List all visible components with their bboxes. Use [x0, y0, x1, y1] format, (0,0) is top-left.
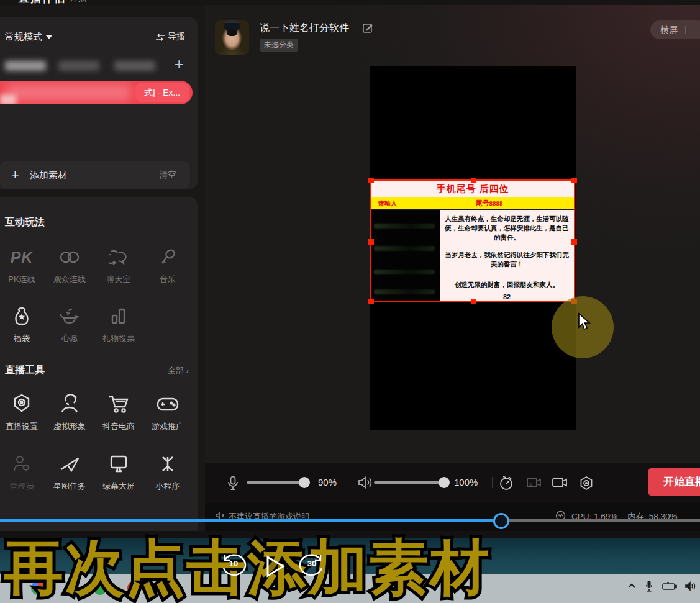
- clear-button[interactable]: 清空: [159, 170, 176, 181]
- mic-volume-value: 90%: [318, 477, 337, 487]
- tool-audience-link[interactable]: 观众连线: [45, 244, 94, 285]
- seekbar-knob[interactable]: [493, 513, 509, 529]
- gift-vote-icon: [111, 307, 127, 325]
- countdown-timer-icon[interactable]: [499, 476, 514, 491]
- tool-green-screen[interactable]: 绿幕大屏: [94, 451, 143, 492]
- wish-lamp-icon: [59, 307, 80, 325]
- table-input-row: 请输入 尾号8888: [371, 197, 574, 210]
- tool-live-settings[interactable]: 直播设置: [0, 391, 46, 432]
- interactive-section-title: 互动玩法: [5, 216, 45, 229]
- censored-cell: [371, 210, 440, 301]
- table-paragraph-2: 当岁月老去，我依然记得以往夕阳下我们完美的誓言！: [442, 250, 571, 269]
- music-mic-icon: [159, 248, 176, 266]
- audience-link-icon: [58, 249, 81, 265]
- status-bar: 不建议直播的游戏说明 CPU: 1.69%内存: 58.30%: [205, 503, 700, 531]
- play-button[interactable]: [265, 555, 286, 578]
- director-button[interactable]: 导播: [155, 31, 185, 42]
- workspace: 说一下姓名打分软件 未选分类 横屏 手机尾号 后四位 请输入 尾号8888: [205, 5, 700, 463]
- tab-broadcast[interactable]: 开播: [70, 0, 87, 4]
- tool-star-task[interactable]: 星图任务: [45, 451, 94, 492]
- tools-section-title: 直播工具: [5, 364, 45, 377]
- ecommerce-cart-icon: [108, 394, 129, 415]
- mini-program-icon: [158, 455, 177, 473]
- resize-handle-nw[interactable]: [368, 178, 374, 183]
- tool-admin[interactable]: 管理员: [0, 451, 46, 492]
- table-paragraph-3: 创造无限的财富，回报朋友和家人。: [442, 280, 571, 289]
- scene-name-suffix: 式] - Ex...: [135, 83, 189, 102]
- chevron-down-icon: [46, 35, 52, 39]
- svg-text:5: 5: [529, 481, 532, 487]
- tool-music[interactable]: 音乐: [143, 244, 192, 285]
- video-camera-icon[interactable]: [552, 476, 568, 489]
- speaker-volume-value: 100%: [454, 477, 478, 487]
- app-logo: 直播伴侣: [19, 0, 66, 5]
- tool-gift-vote[interactable]: 礼物投票: [94, 303, 143, 344]
- orientation-label: 横屏: [660, 25, 678, 35]
- microphone-icon[interactable]: [227, 476, 239, 491]
- settings-gear-icon[interactable]: [579, 476, 594, 491]
- speaker-slider-knob[interactable]: [439, 477, 450, 488]
- scene-thumbnail-blurred[interactable]: [114, 61, 155, 71]
- star-task-icon: [59, 455, 80, 473]
- tool-lucky-bag[interactable]: 福袋: [0, 303, 46, 344]
- mic-slider-knob[interactable]: [299, 477, 310, 488]
- start-live-button[interactable]: 开始直播: [648, 468, 700, 496]
- tool-ecommerce[interactable]: 抖音电商: [94, 391, 143, 432]
- rewind-10-button[interactable]: 10: [219, 551, 248, 581]
- resize-handle-sw[interactable]: [368, 299, 374, 304]
- scene-thumbnail-blurred[interactable]: [58, 61, 99, 71]
- pk-icon: PK: [11, 248, 34, 266]
- table-cell-2: 当岁月老去，我依然记得以往夕阳下我们完美的誓言！ 创造无限的财富，回报朋友和家人…: [440, 247, 574, 291]
- tools-all-link[interactable]: 全部 ›: [168, 365, 189, 376]
- desktop-area: 10 30 再次点击添加素材: [0, 531, 700, 603]
- resize-handle-s[interactable]: [471, 299, 476, 304]
- scene-thumbnail-blurred[interactable]: [5, 61, 46, 71]
- divider: [492, 477, 493, 488]
- divider: [685, 26, 686, 34]
- orientation-toggle[interactable]: 横屏: [650, 20, 700, 39]
- table-score: 82: [440, 291, 574, 301]
- input-value-cell: 尾号8888: [404, 197, 574, 209]
- sidebar: 常规模式 导播 + 式] - Ex... + 添加素材 清空 互动玩法: [0, 5, 205, 531]
- add-material-button[interactable]: + 添加素材 清空: [0, 161, 190, 189]
- tool-chatroom[interactable]: 聊天室: [94, 244, 143, 285]
- speaker-volume-slider[interactable]: [374, 481, 445, 484]
- forward-30-button[interactable]: 30: [297, 551, 327, 581]
- score-table: 手机尾号 后四位 请输入 尾号8888 人生虽有终点，生命却是无涯，生活可以随便…: [371, 181, 574, 301]
- avatar: [215, 20, 249, 55]
- resize-handle-ne[interactable]: [571, 178, 577, 183]
- add-material-label: 添加素材: [30, 170, 67, 181]
- scenes-panel: 常规模式 导播 + 式] - Ex... + 添加素材 清空: [0, 17, 198, 189]
- resize-handle-n[interactable]: [471, 178, 476, 183]
- mode-label: 常规模式: [5, 31, 42, 42]
- add-scene-button[interactable]: +: [175, 56, 184, 72]
- mic-volume-slider[interactable]: [247, 481, 307, 484]
- live-settings-icon: [12, 394, 32, 415]
- swap-icon: [155, 34, 165, 41]
- gamepad-icon: [157, 396, 179, 413]
- category-badge[interactable]: 未选分类: [260, 39, 298, 52]
- edit-title-icon[interactable]: [363, 22, 373, 35]
- forward-seconds-label: 30: [297, 559, 327, 568]
- tools-panel: 互动玩法 PK PK连线 观众连线 聊天室 音乐 福袋: [0, 197, 198, 536]
- speaker-icon[interactable]: [358, 476, 373, 489]
- admin-icon: [12, 454, 32, 474]
- material-selection-box[interactable]: 手机尾号 后四位 请输入 尾号8888 人生虽有终点，生命却是无涯，生活可以随便…: [370, 179, 575, 302]
- tool-game-promo[interactable]: 游戏推广: [143, 391, 192, 432]
- tool-mini-program[interactable]: 小程序: [143, 451, 192, 492]
- camera-5-icon[interactable]: 5: [525, 476, 542, 489]
- lucky-bag-icon: [12, 306, 31, 326]
- app-window: 直播伴侣 开播 常规模式 导播 + 式] - Ex... + 添加素材: [0, 0, 700, 603]
- resize-handle-w[interactable]: [368, 239, 374, 245]
- tool-pk-link[interactable]: PK PK连线: [0, 244, 46, 285]
- virtual-avatar-icon: [60, 394, 79, 415]
- tool-wish[interactable]: 心愿: [45, 303, 94, 344]
- chatroom-icon: [109, 249, 129, 265]
- mode-selector[interactable]: 常规模式 导播: [5, 31, 191, 45]
- plus-icon: +: [11, 167, 19, 183]
- active-scene-item[interactable]: 式] - Ex...: [0, 81, 193, 104]
- green-screen-icon: [109, 455, 129, 473]
- room-title: 说一下姓名打分软件: [260, 22, 349, 35]
- tool-virtual-avatar[interactable]: 虚拟形象: [45, 391, 94, 432]
- resize-handle-e[interactable]: [571, 239, 577, 245]
